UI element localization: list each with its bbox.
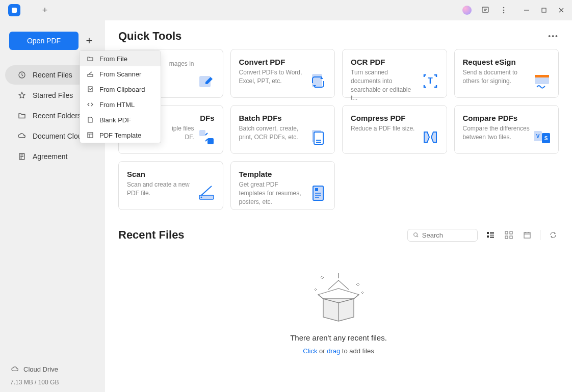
tool-title: OCR PDF <box>351 58 438 66</box>
dropdown-item-pdf-template[interactable]: PDF Template <box>80 127 161 143</box>
tool-title: Convert PDF <box>239 58 327 66</box>
document-icon <box>17 152 27 161</box>
tool-card-batch[interactable]: Batch PDFs Batch convert, create, print,… <box>230 105 335 154</box>
star-icon <box>17 91 27 100</box>
tool-card-ocr[interactable]: OCR PDF Turn scanned documents into sear… <box>342 49 447 98</box>
svg-rect-35 <box>490 237 494 238</box>
add-button[interactable]: + <box>83 32 96 50</box>
avatar-icon[interactable] <box>461 4 473 16</box>
tool-title: Template <box>239 170 327 178</box>
svg-rect-33 <box>487 236 489 238</box>
svg-point-25 <box>200 197 202 198</box>
grid-view-icon[interactable] <box>503 229 514 241</box>
svg-point-1 <box>503 7 505 9</box>
dropdown-label: From File <box>99 55 127 63</box>
template-icon <box>86 131 94 139</box>
svg-rect-39 <box>510 236 512 239</box>
recent-files-title: Recent Files <box>118 228 185 242</box>
svg-rect-31 <box>490 232 494 233</box>
sidebar-item-agreement[interactable]: Agreement <box>5 147 100 166</box>
calendar-view-icon[interactable] <box>522 229 533 241</box>
dropdown-item-from-html[interactable]: From HTML <box>80 97 161 112</box>
combine-icon <box>197 128 216 146</box>
click-link[interactable]: Click <box>303 347 317 355</box>
svg-text:V: V <box>536 134 540 139</box>
svg-text:S: S <box>544 136 548 141</box>
scan-icon <box>197 184 216 202</box>
search-box[interactable] <box>407 229 478 242</box>
empty-text: There aren't any recent files. <box>290 333 387 342</box>
clock-icon <box>17 70 27 80</box>
svg-rect-34 <box>490 236 494 237</box>
tool-card-esign[interactable]: Request eSign Send a document to others … <box>454 49 559 98</box>
svg-text:T: T <box>428 76 433 85</box>
dropdown-label: From Clipboard <box>99 86 145 93</box>
refresh-icon[interactable] <box>548 229 559 241</box>
svg-rect-0 <box>482 7 488 12</box>
new-tab-button[interactable]: + <box>39 4 51 16</box>
svg-point-3 <box>503 12 505 14</box>
kebab-menu-icon[interactable] <box>498 4 510 16</box>
list-view-icon[interactable] <box>485 229 496 241</box>
svg-rect-16 <box>207 138 214 144</box>
tool-title: Batch PDFs <box>239 114 327 122</box>
dropdown-label: From Scanner <box>99 70 141 78</box>
svg-rect-38 <box>505 236 508 239</box>
drag-link[interactable]: drag <box>327 347 340 355</box>
svg-rect-30 <box>487 232 489 234</box>
compare-icon: VS <box>533 128 551 146</box>
compress-icon <box>421 128 439 146</box>
tool-title: Scan <box>127 170 215 178</box>
html-icon <box>86 100 94 109</box>
feedback-icon[interactable] <box>479 4 491 16</box>
content: Quick Tools ••• mages in Convert PDF Con… <box>105 20 572 392</box>
cloud-drive-link[interactable]: Cloud Drive <box>10 364 95 374</box>
esign-icon <box>533 72 551 90</box>
sidebar-item-label: Recent Folders <box>33 112 81 120</box>
sidebar-item-label: Recent Files <box>33 71 72 79</box>
dropdown-item-from-file[interactable]: From File <box>80 51 161 66</box>
tool-card-compress[interactable]: Compress PDF Reduce a PDF file size. <box>342 105 447 154</box>
cloud-drive-label: Cloud Drive <box>23 365 58 373</box>
svg-rect-41 <box>88 74 93 76</box>
empty-box-icon <box>305 264 372 325</box>
divider <box>540 230 540 240</box>
tool-title: Request eSign <box>463 58 551 66</box>
dropdown-label: PDF Template <box>99 132 141 139</box>
cloud-icon <box>10 364 19 374</box>
clipboard-icon <box>86 85 94 93</box>
scanner-icon <box>86 70 94 78</box>
maximize-button[interactable] <box>537 4 551 17</box>
tool-card-scan[interactable]: Scan Scan and create a new PDF file. <box>118 161 223 210</box>
app-icon <box>8 4 20 16</box>
convert-icon <box>309 72 327 90</box>
ocr-icon: T <box>421 72 439 90</box>
dropdown-item-blank-pdf[interactable]: Blank PDF <box>80 112 161 127</box>
svg-point-29 <box>414 233 418 237</box>
svg-point-2 <box>503 10 505 11</box>
dropdown-item-from-scanner[interactable]: From Scanner <box>80 66 161 82</box>
tool-card-template[interactable]: Template Get great PDF templates for res… <box>230 161 335 210</box>
search-icon <box>413 231 419 239</box>
dropdown-item-from-clipboard[interactable]: From Clipboard <box>80 82 161 97</box>
svg-rect-32 <box>490 233 494 234</box>
more-icon[interactable]: ••• <box>548 32 559 40</box>
sidebar-item-label: Document Cloud <box>33 132 86 140</box>
new-pdf-dropdown: From File From Scanner From Clipboard Fr… <box>80 50 161 143</box>
svg-rect-15 <box>199 130 205 136</box>
storage-text: 7.13 MB / 100 GB <box>10 379 95 386</box>
folder-icon <box>86 55 94 63</box>
svg-rect-37 <box>510 231 512 234</box>
empty-state: There aren't any recent files. Click or … <box>118 264 559 355</box>
tool-title: Compare PDFs <box>463 114 551 122</box>
close-button[interactable] <box>555 4 568 17</box>
dropdown-label: From HTML <box>99 101 135 109</box>
tool-card-compare[interactable]: Compare PDFs Compare the differences bet… <box>454 105 559 154</box>
quick-tools-title: Quick Tools <box>118 30 181 43</box>
open-pdf-button[interactable]: Open PDF <box>9 32 79 50</box>
search-input[interactable] <box>422 231 472 239</box>
minimize-button[interactable] <box>520 4 533 17</box>
dropdown-label: Blank PDF <box>99 116 131 124</box>
tool-card-convert[interactable]: Convert PDF Convert PDFs to Word, Excel,… <box>230 49 335 98</box>
page-icon <box>86 116 94 124</box>
